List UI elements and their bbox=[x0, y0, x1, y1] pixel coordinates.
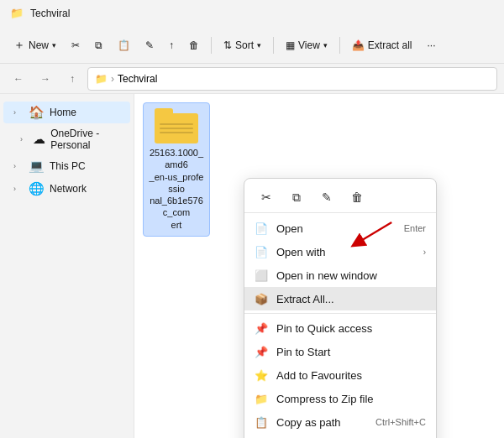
sidebar: › 🏠 Home › ☁ OneDrive - Personal › 💻 Thi… bbox=[0, 94, 134, 438]
cm-add-favourites[interactable]: ⭐ Add to Favourites bbox=[244, 363, 436, 387]
path-current: Techviral bbox=[118, 73, 157, 85]
cm-pin-start[interactable]: 📌 Pin to Start bbox=[244, 340, 436, 363]
toolbar-sep2 bbox=[273, 37, 274, 54]
toolbar: ＋ New ▾ ✂ ⧉ 📋 ✎ ↑ 🗑 ⇅ Sort ▾ ▦ View ▾ 📤 … bbox=[0, 27, 504, 64]
paste-button[interactable]: 📋 bbox=[111, 35, 137, 55]
cm-extract-icon: 📦 bbox=[255, 292, 268, 305]
thispc-chevron: › bbox=[13, 162, 24, 170]
rename-icon: ✎ bbox=[145, 39, 154, 51]
cm-openwith-label: Open with bbox=[276, 246, 415, 258]
zip-line-3 bbox=[160, 132, 193, 133]
sidebar-onedrive-label: OneDrive - Personal bbox=[50, 128, 120, 151]
cm-newwindow-icon: ⬜ bbox=[255, 269, 268, 282]
file-item-zip[interactable]: 25163.1000_amd6_en-us_professional_6b1e5… bbox=[143, 102, 210, 237]
file-name: 25163.1000_amd6_en-us_professional_6b1e5… bbox=[149, 147, 204, 231]
up-button[interactable]: ↑ bbox=[60, 67, 84, 91]
sidebar-item-home[interactable]: › 🏠 Home bbox=[3, 102, 130, 123]
folder-icon bbox=[155, 108, 198, 143]
cm-compress-zip[interactable]: 📁 Compress to Zip file bbox=[244, 387, 436, 410]
cm-pin-quick-label: Pin to Quick access bbox=[276, 322, 426, 335]
network-icon: 🌐 bbox=[29, 181, 45, 196]
copy-icon: ⧉ bbox=[95, 39, 102, 51]
sort-icon: ⇅ bbox=[223, 39, 232, 51]
sidebar-item-onedrive[interactable]: › ☁ OneDrive - Personal bbox=[3, 124, 130, 154]
sidebar-item-network[interactable]: › 🌐 Network bbox=[3, 178, 130, 200]
back-button[interactable]: ← bbox=[7, 67, 30, 91]
cut-button[interactable]: ✂ bbox=[65, 35, 87, 55]
cm-delete-button[interactable]: 🗑 bbox=[345, 185, 369, 209]
cut-icon: ✂ bbox=[71, 39, 80, 51]
onedrive-chevron: › bbox=[20, 135, 28, 143]
cm-favourites-label: Add to Favourites bbox=[276, 369, 426, 382]
cm-pin-start-label: Pin to Start bbox=[276, 346, 426, 358]
view-button[interactable]: ▦ View ▾ bbox=[279, 35, 334, 55]
cm-favourites-icon: ⭐ bbox=[255, 368, 268, 382]
extract-icon: 📤 bbox=[352, 39, 365, 51]
delete-button[interactable]: 🗑 bbox=[182, 35, 206, 55]
rename-button[interactable]: ✎ bbox=[139, 35, 160, 55]
home-icon: 🏠 bbox=[29, 105, 45, 120]
zip-line-1 bbox=[160, 123, 193, 125]
window-title: Techviral bbox=[30, 8, 70, 19]
new-button[interactable]: ＋ New ▾ bbox=[7, 34, 63, 57]
context-menu: ✂ ⧉ ✎ 🗑 📄 Open Enter 📄 Open with › ⬜ Ope… bbox=[244, 178, 437, 438]
more-icon: ··· bbox=[428, 39, 436, 51]
view-icon: ▦ bbox=[286, 39, 295, 51]
cm-openwith-arrow: › bbox=[423, 248, 426, 257]
more-button[interactable]: ··· bbox=[421, 35, 443, 55]
window-icon: 📁 bbox=[10, 7, 24, 20]
new-chevron: ▾ bbox=[52, 41, 56, 50]
cm-pin-start-icon: 📌 bbox=[255, 345, 268, 358]
cm-copy-button[interactable]: ⧉ bbox=[285, 185, 308, 209]
path-folder-icon: 📁 bbox=[95, 73, 108, 85]
new-icon: ＋ bbox=[13, 38, 25, 53]
cm-compress-label: Compress to Zip file bbox=[276, 393, 426, 405]
new-label: New bbox=[29, 39, 49, 51]
title-bar: 📁 Techviral bbox=[0, 0, 504, 27]
thispc-icon: 💻 bbox=[29, 159, 45, 174]
cm-open-with[interactable]: 📄 Open with › bbox=[244, 240, 436, 263]
home-chevron: › bbox=[13, 108, 24, 117]
sidebar-home-label: Home bbox=[50, 107, 76, 118]
share-button[interactable]: ↑ bbox=[162, 35, 181, 55]
main-layout: › 🏠 Home › ☁ OneDrive - Personal › 💻 Thi… bbox=[0, 94, 504, 438]
cm-copy-path[interactable]: 📋 Copy as path Ctrl+Shift+C bbox=[244, 410, 436, 434]
cm-copypath-shortcut: Ctrl+Shift+C bbox=[375, 417, 426, 427]
zip-line-2 bbox=[160, 128, 193, 129]
sort-button[interactable]: ⇅ Sort ▾ bbox=[217, 35, 268, 55]
extract-button[interactable]: 📤 Extract all bbox=[345, 35, 419, 55]
cm-copypath-icon: 📋 bbox=[255, 415, 268, 429]
cm-open-new-window[interactable]: ⬜ Open in new window bbox=[244, 263, 436, 287]
zip-lines bbox=[155, 113, 198, 143]
cm-newwindow-label: Open in new window bbox=[276, 269, 426, 282]
cm-openwith-icon: 📄 bbox=[255, 245, 268, 258]
cm-properties[interactable]: ℹ Properties Alt+Enter bbox=[244, 434, 436, 438]
cm-cut-button[interactable]: ✂ bbox=[255, 185, 278, 209]
address-bar: ← → ↑ 📁 › Techviral bbox=[0, 64, 504, 94]
cm-open[interactable]: 📄 Open Enter bbox=[244, 216, 436, 240]
cm-copypath-label: Copy as path bbox=[276, 416, 367, 429]
sort-chevron: ▾ bbox=[257, 41, 261, 50]
share-icon: ↑ bbox=[169, 39, 174, 51]
cm-toolbar: ✂ ⧉ ✎ 🗑 bbox=[244, 182, 436, 213]
copy-button[interactable]: ⧉ bbox=[88, 35, 109, 55]
cm-open-icon: 📄 bbox=[255, 222, 268, 235]
view-chevron: ▾ bbox=[323, 41, 328, 50]
cm-compress-icon: 📁 bbox=[255, 392, 268, 405]
paste-icon: 📋 bbox=[118, 39, 130, 51]
forward-button[interactable]: → bbox=[34, 67, 57, 91]
address-path[interactable]: 📁 › Techviral bbox=[87, 67, 497, 91]
path-sep: › bbox=[111, 73, 114, 85]
delete-icon: 🗑 bbox=[189, 39, 199, 51]
cm-open-label: Open bbox=[276, 222, 396, 235]
sidebar-item-thispc[interactable]: › 💻 This PC bbox=[3, 155, 130, 177]
cm-extract-label: Extract All... bbox=[276, 293, 426, 305]
cm-pin-quick-icon: 📌 bbox=[255, 321, 268, 335]
cm-pin-quick[interactable]: 📌 Pin to Quick access bbox=[244, 316, 436, 340]
cm-rename-button[interactable]: ✎ bbox=[315, 185, 339, 209]
sidebar-thispc-label: This PC bbox=[50, 160, 86, 172]
cm-extract-all[interactable]: 📦 Extract All... bbox=[244, 287, 436, 310]
toolbar-sep1 bbox=[211, 37, 212, 54]
cm-sep1 bbox=[244, 313, 436, 314]
toolbar-sep3 bbox=[339, 37, 340, 54]
